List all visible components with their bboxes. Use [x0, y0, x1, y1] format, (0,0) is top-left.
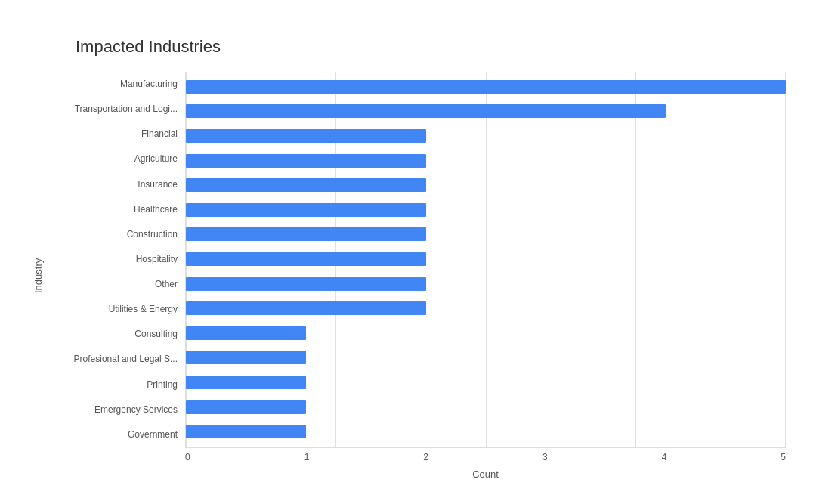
bar-row: [186, 177, 786, 193]
bar: [186, 376, 306, 389]
bar-row: [186, 423, 786, 440]
bar-row: [186, 276, 786, 292]
bar-row: [186, 202, 786, 218]
bar-row: [186, 300, 786, 317]
y-labels: ManufacturingTransportation and Logi...F…: [49, 72, 185, 447]
bar-row: [186, 103, 786, 119]
bar: [186, 178, 426, 192]
chart-area: Industry ManufacturingTransportation and…: [30, 72, 786, 480]
bar-row: [186, 226, 786, 243]
y-label: Utilities & Energy: [49, 298, 178, 320]
y-label: Consulting: [49, 323, 178, 345]
bar-row: [186, 79, 786, 95]
y-label: Construction: [49, 224, 178, 245]
bar: [186, 277, 426, 291]
bar: [186, 252, 426, 266]
bars-grid: [185, 72, 786, 447]
y-label: Emergency Services: [49, 399, 178, 420]
bar-row: [186, 128, 786, 144]
bar: [186, 104, 666, 118]
x-axis: 012345: [185, 447, 786, 462]
y-label: Other: [49, 274, 178, 295]
y-label: Insurance: [49, 174, 178, 195]
x-tick-label: 4: [662, 452, 667, 462]
y-label: Profesional and Legal S...: [49, 348, 178, 369]
y-label: Government: [49, 424, 178, 445]
chart-inner: ManufacturingTransportation and Logi...F…: [49, 72, 786, 480]
x-tick-label: 2: [423, 452, 428, 462]
x-tick-label: 1: [304, 452, 310, 462]
y-label: Hospitality: [49, 249, 178, 270]
x-tick-label: 0: [185, 452, 190, 462]
bar-row: [186, 153, 786, 169]
bar-row: [186, 399, 786, 416]
bar: [186, 203, 426, 217]
chart-container: Impacted Industries Industry Manufacturi…: [15, 14, 801, 490]
y-label: Healthcare: [49, 199, 178, 220]
bar: [186, 301, 426, 315]
bar: [186, 80, 786, 94]
x-tick-label: 5: [780, 452, 786, 462]
bar-row: [186, 374, 786, 391]
bar: [186, 129, 426, 143]
y-label: Transportation and Logi...: [49, 98, 178, 119]
x-tick-label: 3: [542, 452, 548, 462]
bar: [186, 400, 306, 414]
y-label: Manufacturing: [49, 73, 178, 94]
bar: [186, 154, 426, 168]
bars-and-grid: ManufacturingTransportation and Logi...F…: [49, 72, 786, 447]
chart-title: Impacted Industries: [76, 37, 786, 57]
bars-wrapper: [186, 72, 786, 447]
bar: [186, 326, 306, 340]
y-label: Agriculture: [49, 148, 178, 169]
y-axis-label: Industry: [30, 72, 45, 480]
y-label: Printing: [49, 374, 178, 395]
x-axis-title: Count: [185, 468, 786, 480]
y-label: Financial: [49, 123, 178, 144]
bar: [186, 227, 426, 241]
x-labels: 012345: [185, 452, 786, 462]
bar: [186, 351, 306, 364]
bar-row: [186, 349, 786, 366]
bar-row: [186, 325, 786, 342]
bar: [186, 425, 306, 438]
bar-row: [186, 251, 786, 267]
